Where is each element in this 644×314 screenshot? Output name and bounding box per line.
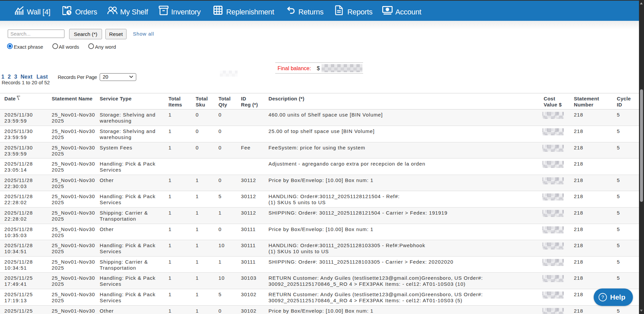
svg-text:?: ?: [601, 295, 604, 300]
